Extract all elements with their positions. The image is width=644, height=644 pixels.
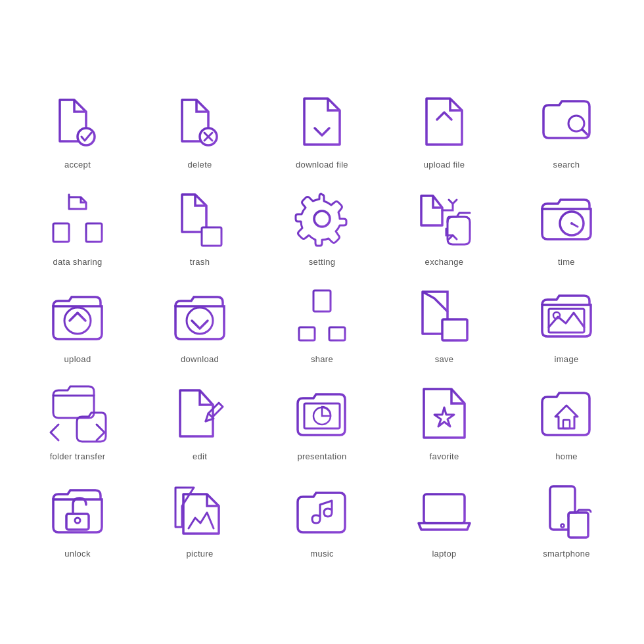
svg-point-34 xyxy=(314,211,330,227)
icon-cell-setting: setting xyxy=(264,179,380,270)
icon-cell-upload: upload xyxy=(20,277,135,367)
icon-cell-save: save xyxy=(386,277,502,367)
icon-cell-laptop: laptop xyxy=(386,471,502,562)
exchange-icon xyxy=(411,186,477,252)
svg-point-3 xyxy=(78,128,95,145)
setting-label: setting xyxy=(309,257,335,267)
upload-file-icon xyxy=(411,89,477,154)
download-file-label: download file xyxy=(296,160,348,170)
icon-cell-time: time xyxy=(509,179,624,270)
download-label: download xyxy=(181,354,219,364)
icon-cell-upload-file: upload file xyxy=(386,82,502,173)
download-file-icon xyxy=(289,89,355,154)
svg-rect-52 xyxy=(299,327,315,340)
svg-point-90 xyxy=(561,524,564,528)
home-label: home xyxy=(555,451,578,461)
unlock-icon xyxy=(45,478,110,543)
icon-cell-download-file: download file xyxy=(264,82,380,173)
icon-cell-delete: delete xyxy=(142,82,258,173)
svg-line-13 xyxy=(582,129,587,135)
exchange-label: exchange xyxy=(425,257,464,267)
smartphone-label: smartphone xyxy=(543,549,590,559)
home-icon xyxy=(534,380,599,446)
save-label: save xyxy=(435,354,454,364)
data-sharing-label: data sharing xyxy=(53,257,102,267)
upload-file-label: upload file xyxy=(424,160,465,170)
music-label: music xyxy=(310,549,333,559)
save-icon xyxy=(411,283,477,349)
icon-cell-smartphone: smartphone xyxy=(509,471,624,562)
icon-cell-edit: edit xyxy=(142,374,258,465)
picture-label: picture xyxy=(186,549,213,559)
svg-rect-45 xyxy=(313,290,331,311)
share-icon xyxy=(289,283,355,349)
favorite-label: favorite xyxy=(429,451,459,461)
icon-cell-music: music xyxy=(264,471,380,562)
svg-rect-53 xyxy=(329,327,345,340)
folder-transfer-icon xyxy=(45,380,110,446)
upload-label: upload xyxy=(64,354,91,364)
svg-rect-76 xyxy=(563,420,570,428)
icon-cell-data-sharing: data sharing xyxy=(20,179,135,270)
presentation-icon xyxy=(289,380,355,446)
icon-cell-share: share xyxy=(264,277,380,367)
edit-icon xyxy=(167,380,233,446)
svg-point-40 xyxy=(570,222,573,225)
time-label: time xyxy=(558,257,575,267)
share-label: share xyxy=(311,354,333,364)
icon-cell-search: search xyxy=(509,82,624,173)
trash-icon xyxy=(167,186,233,252)
svg-rect-77 xyxy=(66,514,89,530)
icon-cell-trash: trash xyxy=(142,179,258,270)
svg-marker-75 xyxy=(434,407,454,426)
icon-cell-download: download xyxy=(142,277,258,367)
setting-icon xyxy=(289,186,355,252)
folder-transfer-label: folder transfer xyxy=(50,451,106,461)
icon-cell-favorite: favorite xyxy=(386,374,502,465)
trash-label: trash xyxy=(190,257,210,267)
icon-cell-presentation: presentation xyxy=(264,374,380,465)
accept-label: accept xyxy=(64,160,91,170)
picture-icon xyxy=(167,478,233,543)
icon-cell-picture: picture xyxy=(142,471,258,562)
unlock-label: unlock xyxy=(64,549,90,559)
image-icon xyxy=(534,283,599,349)
icon-cell-image: image xyxy=(509,277,624,367)
icon-cell-folder-transfer: folder transfer xyxy=(20,374,135,465)
download-icon xyxy=(167,283,233,349)
smartphone-icon xyxy=(534,478,599,543)
presentation-label: presentation xyxy=(297,451,346,461)
upload-icon xyxy=(45,283,110,349)
delete-label: delete xyxy=(187,160,212,170)
laptop-icon xyxy=(411,478,477,543)
icon-cell-accept: accept xyxy=(20,82,135,173)
search-label: search xyxy=(553,160,580,170)
icon-cell-exchange: exchange xyxy=(386,179,502,270)
time-icon xyxy=(534,186,599,252)
icon-cell-home: home xyxy=(509,374,624,465)
icon-cell-unlock: unlock xyxy=(20,471,135,562)
laptop-label: laptop xyxy=(432,549,456,559)
music-icon xyxy=(289,478,355,543)
svg-rect-91 xyxy=(568,513,588,538)
accept-icon xyxy=(45,89,110,154)
image-label: image xyxy=(555,354,579,364)
edit-label: edit xyxy=(193,451,207,461)
data-sharing-icon xyxy=(45,186,110,252)
icon-grid: accept delete xyxy=(0,62,644,582)
delete-icon xyxy=(167,89,233,154)
search-icon xyxy=(534,89,599,154)
favorite-icon xyxy=(411,380,477,446)
